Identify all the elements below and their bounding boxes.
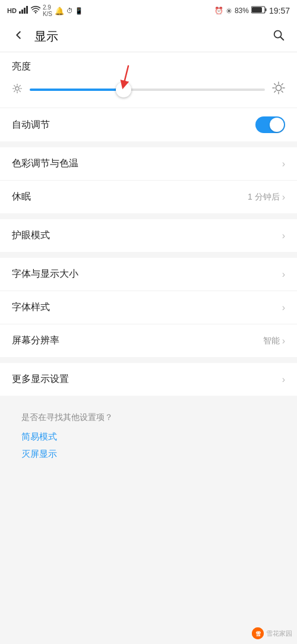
more-settings-section: 更多显示设置 ›	[0, 363, 297, 396]
screen-off-link[interactable]: 灭屏显示	[21, 449, 276, 460]
resolution-item-right: 智能 ›	[263, 336, 285, 346]
sleep-chevron-icon: ›	[282, 192, 285, 203]
top-bar: 显示	[0, 21, 297, 52]
status-right: ⏰ ✳ 83% 19:57	[214, 6, 290, 15]
notification-icons: 🔔	[55, 7, 64, 15]
svg-rect-6	[252, 7, 262, 12]
resolution-label: 屏幕分辨率	[12, 334, 59, 347]
brightness-slider-fill	[30, 89, 124, 91]
svg-line-16	[14, 90, 15, 91]
auto-adjust-toggle[interactable]	[255, 116, 285, 133]
svg-line-14	[14, 85, 15, 86]
svg-line-15	[20, 90, 21, 91]
brightness-slider-thumb[interactable]	[116, 82, 131, 97]
font-size-chevron-icon: ›	[282, 269, 285, 280]
svg-rect-2	[24, 8, 26, 14]
page-title: 显示	[34, 29, 270, 45]
more-settings-item-right: ›	[282, 374, 285, 385]
eye-care-label: 护眼模式	[12, 229, 50, 242]
extra-icons: ⏱ 📱	[67, 7, 83, 15]
color-item-right: ›	[282, 159, 285, 169]
signal-bars	[19, 6, 29, 15]
bluetooth-icon: ✳	[226, 7, 232, 15]
footer-card: 是否在寻找其他设置项？ 简易模式 灭屏显示	[10, 402, 287, 476]
color-section: 色彩调节与色温 › 休眠 1 分钟后 ›	[0, 147, 297, 213]
svg-line-25	[282, 91, 283, 92]
resolution-value: 智能	[263, 336, 280, 346]
status-left: HD 2.9K/S 🔔 ⏱ 📱	[7, 4, 83, 17]
battery-text: 83%	[235, 7, 249, 15]
resolution-menu-item[interactable]: 屏幕分辨率 智能 ›	[0, 324, 297, 357]
brightness-label: 亮度	[12, 61, 285, 73]
resolution-chevron-icon: ›	[282, 336, 285, 346]
svg-line-26	[274, 91, 276, 92]
eye-care-section: 护眼模式 ›	[0, 219, 297, 252]
sun-small-icon	[12, 83, 23, 97]
time-display: 19:57	[269, 6, 290, 15]
svg-text:雪: 雪	[255, 631, 261, 637]
toggle-thumb	[270, 118, 284, 132]
footer-question: 是否在寻找其他设置项？	[21, 412, 276, 423]
watermark-text: 雪花家园	[266, 629, 292, 638]
svg-rect-5	[265, 8, 266, 11]
more-settings-chevron-icon: ›	[282, 374, 285, 385]
svg-rect-3	[26, 6, 28, 14]
font-style-menu-item[interactable]: 字体样式 ›	[0, 291, 297, 324]
content: 亮度	[0, 52, 297, 476]
color-label: 色彩调节与色温	[12, 157, 78, 170]
more-settings-menu-item[interactable]: 更多显示设置 ›	[0, 363, 297, 396]
back-button[interactable]	[10, 26, 27, 48]
status-bar: HD 2.9K/S 🔔 ⏱ 📱 ⏰ ✳ 83%	[0, 0, 297, 21]
auto-adjust-row[interactable]: 自动调节	[0, 108, 297, 141]
eye-care-item-right: ›	[282, 231, 285, 241]
brightness-section: 亮度	[0, 52, 297, 141]
simple-mode-link[interactable]: 简易模式	[21, 431, 276, 443]
search-button[interactable]	[270, 26, 287, 48]
font-size-item-right: ›	[282, 269, 285, 280]
data-speed: 2.9K/S	[43, 4, 52, 17]
alarm-icon: ⏰	[214, 7, 223, 15]
brightness-container: 亮度	[0, 52, 297, 108]
eye-care-menu-item[interactable]: 护眼模式 ›	[0, 219, 297, 252]
sun-large-icon	[272, 81, 285, 98]
font-size-menu-item[interactable]: 字体与显示大小 ›	[0, 258, 297, 291]
svg-line-8	[280, 37, 283, 40]
svg-line-24	[274, 84, 276, 85]
watermark: 雪 雪花家园	[252, 627, 292, 639]
svg-point-19	[276, 85, 281, 90]
color-chevron-icon: ›	[282, 159, 285, 169]
font-style-label: 字体样式	[12, 301, 50, 314]
eye-care-chevron-icon: ›	[282, 231, 285, 241]
sleep-item-right: 1 分钟后 ›	[248, 192, 285, 203]
sleep-menu-item[interactable]: 休眠 1 分钟后 ›	[0, 181, 297, 213]
font-style-chevron-icon: ›	[282, 302, 285, 313]
wifi-icon	[31, 6, 40, 15]
brightness-slider-track[interactable]	[30, 89, 265, 91]
font-size-label: 字体与显示大小	[12, 268, 78, 280]
sleep-value: 1 分钟后	[248, 192, 280, 203]
color-menu-item[interactable]: 色彩调节与色温 ›	[0, 147, 297, 181]
battery-icon	[251, 6, 267, 15]
auto-adjust-label: 自动调节	[12, 119, 50, 131]
svg-rect-0	[19, 11, 21, 14]
svg-line-17	[20, 85, 21, 86]
font-section: 字体与显示大小 › 字体样式 › 屏幕分辨率 智能 ›	[0, 258, 297, 357]
more-settings-label: 更多显示设置	[12, 373, 69, 386]
watermark-logo: 雪	[252, 627, 264, 639]
svg-point-9	[15, 87, 19, 90]
sleep-label: 休眠	[12, 191, 31, 203]
svg-rect-1	[21, 10, 23, 14]
brightness-slider-row	[12, 81, 285, 98]
network-type: HD	[7, 7, 17, 14]
font-style-item-right: ›	[282, 302, 285, 313]
svg-line-27	[282, 84, 283, 85]
